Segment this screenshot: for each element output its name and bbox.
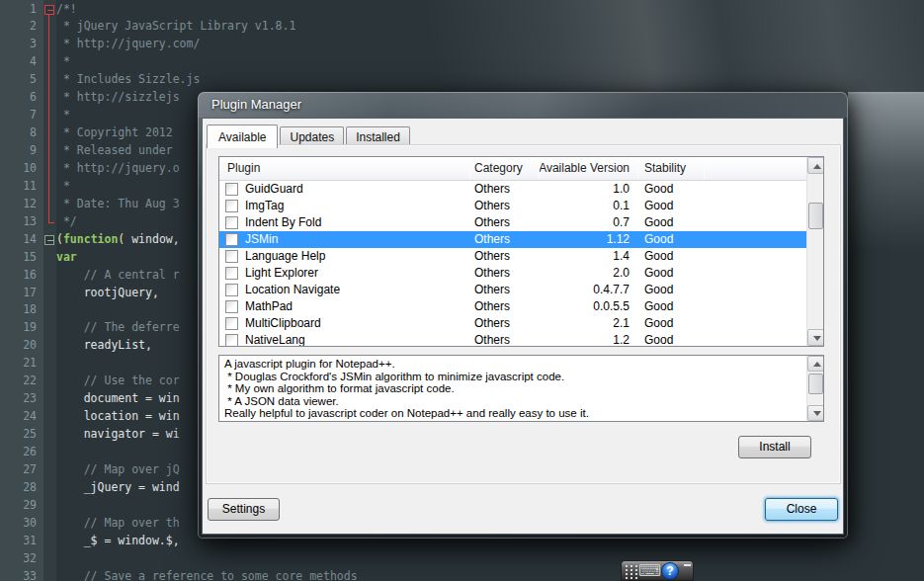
- plugin-row-multiclipboard[interactable]: MultiClipboardOthers2.1Good: [219, 315, 808, 332]
- line-number: 28: [0, 479, 37, 497]
- cell-plugin: Indent By Fold: [245, 215, 321, 229]
- plugin-row-location-navigate[interactable]: Location NavigateOthers0.4.7.7Good: [219, 282, 808, 298]
- cell-plugin: JSMin: [245, 232, 278, 246]
- scroll-thumb[interactable]: [808, 374, 823, 394]
- line-number: 33: [0, 568, 37, 581]
- plugin-row-guidguard[interactable]: GuidGuardOthers1.0Good: [219, 181, 808, 198]
- column-header-stability[interactable]: Stability: [644, 161, 686, 175]
- dialog-title: Plugin Manager: [211, 97, 301, 112]
- plugin-row-nativelang[interactable]: NativeLangOthers1.2Good: [219, 332, 808, 347]
- arrow-down-icon: [813, 336, 821, 341]
- cell-stab: Good: [644, 232, 673, 246]
- scroll-down-button[interactable]: [807, 405, 824, 421]
- plugin-row-mathpad[interactable]: MathPadOthers0.0.5.5Good: [219, 298, 808, 315]
- code-line: * http://jquery.o: [56, 160, 180, 178]
- settings-button[interactable]: Settings: [208, 498, 280, 521]
- install-button[interactable]: Install: [738, 436, 811, 458]
- column-header-plugin[interactable]: Plugin: [227, 161, 260, 175]
- line-number: 29: [0, 497, 37, 515]
- tab-page: PluginCategoryAvailable VersionStability…: [206, 144, 841, 484]
- plugin-row-light-explorer[interactable]: Light ExplorerOthers2.0Good: [219, 265, 808, 282]
- scroll-up-button[interactable]: [807, 356, 824, 372]
- line-number: 18: [0, 301, 37, 319]
- fold-margin[interactable]: [43, 0, 56, 581]
- line-number: 25: [0, 426, 37, 444]
- cell-stab: Good: [644, 182, 673, 196]
- cell-cat: Others: [474, 199, 510, 212]
- plugin-checkbox[interactable]: [225, 300, 238, 313]
- dialog-client-area: AvailableUpdatesInstalled PluginCategory…: [202, 118, 844, 535]
- plugin-checkbox[interactable]: [225, 183, 238, 196]
- close-button[interactable]: Close: [765, 498, 838, 521]
- code-line: navigator = wi: [56, 426, 180, 444]
- plugin-checkbox[interactable]: [225, 250, 238, 263]
- plugin-checkbox[interactable]: [225, 267, 238, 280]
- code-line: // The deferre: [56, 319, 180, 337]
- description-scrollbar[interactable]: [806, 356, 823, 421]
- cell-ver: 2.1: [536, 316, 630, 330]
- fold-marker-icon[interactable]: [44, 235, 54, 245]
- line-number: 32: [0, 550, 37, 568]
- plugin-row-indent-by-fold[interactable]: Indent By FoldOthers0.7Good: [219, 214, 808, 231]
- line-number: 26: [0, 444, 37, 461]
- line-number: 7: [0, 107, 37, 124]
- scroll-down-button[interactable]: [807, 329, 824, 346]
- cell-plugin: GuidGuard: [245, 182, 303, 196]
- line-number: 24: [0, 408, 37, 426]
- fold-marker-icon[interactable]: [44, 5, 54, 15]
- help-icon[interactable]: ?: [661, 562, 679, 580]
- code-line: *: [56, 53, 70, 71]
- scroll-up-button[interactable]: [807, 157, 824, 174]
- code-line: // Map over th: [56, 515, 180, 533]
- keyboard-icon[interactable]: ⌨: [638, 561, 661, 580]
- header-separator: [539, 159, 540, 179]
- cell-ver: 0.4.7.7: [536, 283, 630, 296]
- line-number: 27: [0, 461, 37, 479]
- code-line: rootjQuery,: [56, 285, 159, 302]
- plugin-checkbox[interactable]: [225, 334, 238, 347]
- code-line: /*!: [56, 1, 77, 19]
- scroll-thumb[interactable]: [808, 203, 823, 229]
- arrow-up-icon: [813, 164, 821, 169]
- header-separator: [637, 159, 638, 179]
- screen-glare: [848, 92, 924, 250]
- plugin-checkbox[interactable]: [225, 200, 238, 212]
- cell-stab: Good: [644, 215, 673, 229]
- line-number: 23: [0, 390, 37, 408]
- column-header-available-version[interactable]: Available Version: [536, 161, 630, 175]
- cell-cat: Others: [474, 232, 510, 246]
- cell-ver: 1.12: [536, 232, 630, 246]
- plugin-description: A javascript plugin for Notepad++. * Dou…: [218, 355, 824, 422]
- cell-cat: Others: [474, 182, 510, 196]
- grip-icon[interactable]: [625, 564, 637, 579]
- plugin-row-language-help[interactable]: Language HelpOthers1.4Good: [219, 248, 808, 265]
- code-line: *: [56, 178, 70, 196]
- code-line: *: [56, 107, 70, 124]
- arrow-up-icon: [813, 362, 821, 367]
- plugin-list[interactable]: PluginCategoryAvailable VersionStability…: [218, 156, 824, 347]
- plugin-row-imgtag[interactable]: ImgTagOthers0.1Good: [219, 198, 808, 214]
- list-scrollbar[interactable]: [806, 157, 823, 346]
- tab-available[interactable]: Available: [207, 124, 278, 148]
- code-line: * http://sizzlejs: [56, 89, 180, 107]
- plugin-checkbox[interactable]: [225, 216, 238, 229]
- list-header[interactable]: PluginCategoryAvailable VersionStability: [219, 157, 823, 181]
- dialog-titlebar[interactable]: Plugin Manager: [198, 92, 848, 118]
- line-number: 20: [0, 337, 37, 355]
- column-header-category[interactable]: Category: [474, 161, 523, 175]
- plugin-checkbox[interactable]: [225, 284, 238, 296]
- plugin-checkbox[interactable]: [225, 317, 238, 330]
- minimize-icon[interactable]: [684, 564, 691, 566]
- line-number: 16: [0, 267, 37, 285]
- plugin-checkbox[interactable]: [225, 233, 238, 246]
- line-number: 4: [0, 53, 37, 71]
- line-number: 15: [0, 249, 37, 267]
- line-number: 31: [0, 533, 37, 550]
- cell-stab: Good: [644, 333, 673, 347]
- plugin-row-jsmin[interactable]: JSMinOthers1.12Good: [219, 231, 808, 248]
- description-line: * My own algorithm to format javascript …: [224, 382, 823, 395]
- line-number: 13: [0, 213, 37, 231]
- cell-ver: 1.0: [536, 182, 630, 196]
- line-number: 17: [0, 285, 37, 302]
- line-number: 2: [0, 18, 37, 36]
